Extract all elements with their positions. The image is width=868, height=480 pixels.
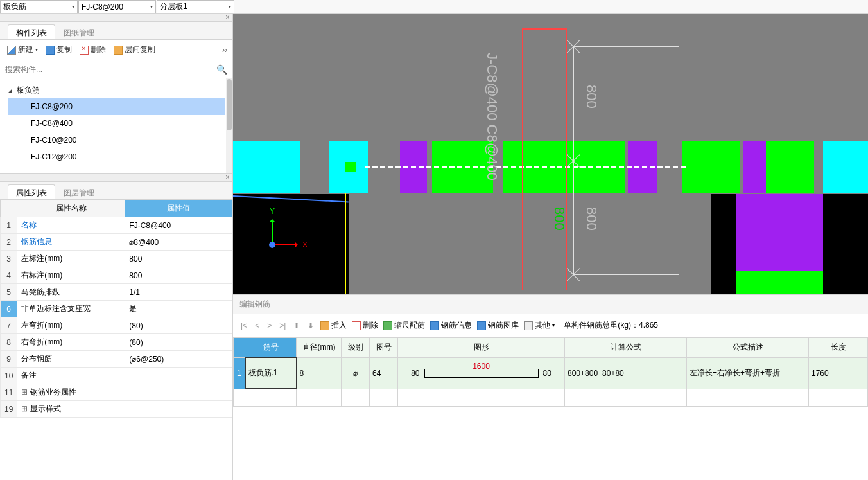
panel-header: × bbox=[0, 174, 232, 182]
property-value[interactable]: (80) bbox=[125, 317, 232, 334]
other-icon bbox=[524, 321, 533, 330]
cell-shape[interactable]: 80 1600 80 bbox=[398, 357, 565, 389]
col-header[interactable]: 图形 bbox=[398, 338, 565, 358]
scale-button[interactable]: 缩尺配筋 bbox=[383, 320, 425, 331]
cell-desc[interactable]: 左净长+右净长+弯折+弯折 bbox=[687, 357, 809, 389]
tree-group[interactable]: ◢ 板负筋 bbox=[8, 82, 225, 98]
rebar-edit-panel: 编辑钢筋 |< < > >| ⬆ ⬇ 插入 删除 缩尺配筋 钢筋信息 钢筋图库 … bbox=[233, 294, 868, 480]
col-header-rownum bbox=[234, 338, 245, 358]
property-value[interactable]: FJ-C8@400 bbox=[125, 217, 232, 234]
insert-button[interactable]: 插入 bbox=[320, 320, 347, 331]
property-value[interactable]: (⌀6@250) bbox=[125, 351, 232, 368]
property-value[interactable]: ⌀8@400 bbox=[125, 234, 232, 251]
tab-component-list[interactable]: 构件列表 bbox=[8, 24, 55, 39]
property-row[interactable]: 2钢筋信息⌀8@400 bbox=[1, 234, 232, 251]
col-header[interactable]: 计算公式 bbox=[565, 338, 687, 358]
property-row[interactable]: 3左标注(mm)800 bbox=[1, 251, 232, 267]
layer-dropdown[interactable]: 分层板1 bbox=[157, 0, 234, 13]
property-value[interactable]: (80) bbox=[125, 334, 232, 351]
cell-length[interactable]: 1760 bbox=[809, 357, 868, 389]
cell-diameter[interactable]: 8 bbox=[297, 357, 342, 389]
row-number: 8 bbox=[1, 334, 17, 351]
component-tabs: 构件列表 图纸管理 bbox=[0, 22, 232, 40]
copy-icon bbox=[46, 46, 55, 55]
top-toolbar: 板负筋 FJ-C8@200 分层板1 bbox=[0, 0, 868, 14]
nav-first-icon[interactable]: |< bbox=[239, 321, 248, 330]
col-header[interactable]: 图号 bbox=[370, 338, 398, 358]
chevron-down-icon: ◢ bbox=[8, 87, 14, 94]
up-icon[interactable]: ⬆ bbox=[292, 321, 301, 330]
library-button[interactable]: 钢筋图库 bbox=[477, 320, 519, 331]
property-row[interactable]: 5马凳筋排数1/1 bbox=[1, 284, 232, 301]
delete-icon bbox=[80, 46, 89, 55]
nav-next-icon[interactable]: > bbox=[266, 321, 273, 330]
cell-formula[interactable]: 800+800+80+80 bbox=[565, 357, 687, 389]
col-header-num bbox=[1, 200, 17, 217]
category-dropdown[interactable]: 板负筋 bbox=[0, 0, 78, 13]
property-value[interactable]: 是 bbox=[125, 301, 232, 317]
property-row[interactable]: 11钢筋业务属性 bbox=[1, 384, 232, 401]
tree-item[interactable]: FJ-C8@400 bbox=[8, 115, 225, 132]
toolbar-more-icon[interactable]: ›› bbox=[222, 46, 227, 55]
property-value[interactable] bbox=[125, 368, 232, 384]
tree-item[interactable]: FJ-C10@200 bbox=[8, 132, 225, 148]
col-header[interactable]: 公式描述 bbox=[687, 338, 809, 358]
property-value[interactable]: 800 bbox=[125, 251, 232, 267]
tree-item[interactable]: FJ-C8@200 bbox=[8, 98, 225, 115]
property-panel: × 属性列表 图层管理 属性名称 属性值 1名称FJ-C8@4002钢筋信息⌀8… bbox=[0, 173, 232, 418]
tab-property-list[interactable]: 属性列表 bbox=[8, 184, 55, 199]
property-value[interactable] bbox=[125, 401, 232, 418]
copy-button[interactable]: 复制 bbox=[44, 43, 74, 57]
table-row[interactable]: 2 bbox=[234, 389, 868, 406]
cell-grade[interactable]: ⌀ bbox=[342, 357, 370, 389]
component-dropdown[interactable]: FJ-C8@200 bbox=[78, 0, 156, 13]
nav-prev-icon[interactable]: < bbox=[254, 321, 261, 330]
table-row[interactable]: 1 板负筋.1 8 ⌀ 64 80 1600 80 800+800+80+80 bbox=[234, 357, 868, 389]
property-value[interactable] bbox=[125, 384, 232, 401]
delete-button[interactable]: 删除 bbox=[78, 43, 108, 57]
property-row[interactable]: 7左弯折(mm)(80) bbox=[1, 317, 232, 334]
property-name: 右标注(mm) bbox=[17, 267, 125, 284]
property-value[interactable]: 800 bbox=[125, 267, 232, 284]
new-icon bbox=[7, 46, 16, 55]
col-header[interactable]: 级别 bbox=[342, 338, 370, 358]
panel-title: 编辑钢筋 bbox=[233, 295, 868, 314]
cell-id[interactable]: 板负筋.1 bbox=[245, 357, 297, 389]
property-row[interactable]: 4右标注(mm)800 bbox=[1, 267, 232, 284]
delete-button[interactable]: 删除 bbox=[352, 320, 378, 331]
nav-last-icon[interactable]: >| bbox=[278, 321, 287, 330]
property-name: 显示样式 bbox=[17, 401, 125, 418]
close-icon[interactable]: × bbox=[225, 173, 230, 182]
property-value[interactable]: 1/1 bbox=[125, 284, 232, 301]
property-row[interactable]: 6非单边标注含支座宽是 bbox=[1, 301, 232, 317]
search-input[interactable] bbox=[5, 65, 216, 74]
new-button[interactable]: 新建 ▾ bbox=[5, 43, 40, 57]
col-header[interactable]: 长度 bbox=[809, 338, 868, 358]
col-header[interactable]: 筋号 bbox=[245, 338, 297, 358]
property-row[interactable]: 1名称FJ-C8@400 bbox=[1, 217, 232, 234]
property-row[interactable]: 9分布钢筋(⌀6@250) bbox=[1, 351, 232, 368]
property-name: 右弯折(mm) bbox=[17, 334, 125, 351]
insert-icon bbox=[320, 321, 329, 330]
property-row[interactable]: 10备注 bbox=[1, 368, 232, 384]
row-number: 10 bbox=[1, 368, 17, 384]
cell-shape-no[interactable]: 64 bbox=[370, 357, 398, 389]
floor-copy-button[interactable]: 层间复制 bbox=[112, 43, 157, 57]
other-button[interactable]: 其他 ▾ bbox=[524, 320, 555, 331]
tab-drawing-manage[interactable]: 图纸管理 bbox=[55, 24, 103, 39]
tree-item[interactable]: FJ-C12@200 bbox=[8, 148, 225, 165]
col-header[interactable]: 直径(mm) bbox=[297, 338, 342, 358]
down-icon[interactable]: ⬇ bbox=[306, 321, 315, 330]
search-icon[interactable]: 🔍 bbox=[216, 64, 227, 75]
property-row[interactable]: 8右弯折(mm)(80) bbox=[1, 334, 232, 351]
info-icon bbox=[430, 321, 439, 330]
scrollbar[interactable] bbox=[226, 78, 232, 173]
info-button[interactable]: 钢筋信息 bbox=[430, 320, 472, 331]
component-tree: ◢ 板负筋 FJ-C8@200 FJ-C8@400 FJ-C10@200 FJ-… bbox=[0, 78, 232, 173]
close-icon[interactable]: × bbox=[225, 14, 230, 22]
property-name: 分布钢筋 bbox=[17, 351, 125, 368]
tab-layer-manage[interactable]: 图层管理 bbox=[55, 184, 103, 199]
rebar-table: 筋号 直径(mm) 级别 图号 图形 计算公式 公式描述 长度 1 板负筋.1 … bbox=[233, 337, 868, 407]
property-row[interactable]: 19显示样式 bbox=[1, 401, 232, 418]
panel-header: × bbox=[0, 14, 232, 22]
